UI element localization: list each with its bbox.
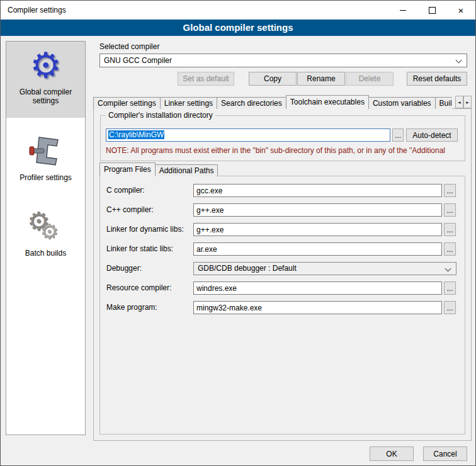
page-title: Global compiler settings (1, 20, 475, 36)
selected-compiler-label: Selected compiler (99, 42, 159, 51)
minimize-icon (400, 10, 406, 11)
field-row-make-program: Make program: ... (100, 301, 465, 315)
copy-button[interactable]: Copy (249, 72, 297, 86)
browse-directory-button[interactable]: ... (392, 128, 404, 142)
resource-compiler-input[interactable] (193, 281, 442, 295)
maximize-button[interactable] (417, 1, 446, 20)
minimize-button[interactable] (388, 1, 417, 20)
tab-search-directories[interactable]: Search directories (217, 97, 286, 109)
installation-directory-input[interactable]: C:\raylib\MinGW (106, 128, 390, 142)
c-compiler-input[interactable] (193, 184, 442, 197)
sidebar-item-label: Batch builds (6, 247, 85, 258)
sidebar-item-label: Profiler settings (6, 171, 85, 182)
program-tabs: Program Files Additional Paths (99, 162, 217, 176)
program-files-page: C compiler: ... C++ compiler: ... Linker… (99, 176, 465, 435)
browse-button[interactable]: ... (444, 203, 456, 217)
arrow-left-icon: ◄ (457, 100, 462, 105)
field-row-resource-compiler: Resource compiler: ... (100, 281, 465, 295)
field-label: C compiler: (106, 186, 145, 195)
field-label: Resource compiler: (106, 283, 171, 292)
compiler-select[interactable]: GNU GCC Compiler (99, 54, 467, 67)
installation-directory-value: C:\raylib\MinGW (108, 130, 164, 139)
tab-compiler-settings[interactable]: Compiler settings (93, 97, 161, 109)
gear-icon: ⚙ (30, 48, 61, 83)
field-row-linker-static: Linker for static libs: ... (100, 242, 465, 256)
browse-button[interactable]: ... (444, 281, 456, 295)
field-label: Linker for static libs: (106, 244, 173, 253)
delete-button[interactable]: Delete (346, 72, 394, 86)
field-row-cpp-compiler: C++ compiler: ... (100, 203, 465, 217)
installation-directory-group: Compiler's installation directory C:\ray… (100, 115, 465, 161)
rename-button[interactable]: Rename (297, 72, 345, 86)
browse-button[interactable]: ... (444, 301, 456, 314)
tab-linker-settings[interactable]: Linker settings (160, 97, 217, 109)
close-button[interactable]: × (446, 1, 475, 20)
gears-icon: ⚙ ⚙ (28, 208, 64, 245)
tab-toolchain-executables[interactable]: Toolchain executables (286, 95, 369, 109)
compiler-settings-window: Compiler settings × Global compiler sett… (0, 0, 476, 466)
set-as-default-button[interactable]: Set as default (178, 72, 234, 86)
browse-button[interactable]: ... (444, 223, 456, 236)
compiler-select-value: GNU GCC Compiler (104, 56, 172, 65)
clamp-icon (29, 134, 63, 169)
reset-defaults-button[interactable]: Reset defaults (407, 72, 467, 86)
chevron-down-icon (456, 57, 462, 64)
field-label: Linker for dynamic libs: (106, 225, 184, 234)
debugger-select[interactable]: GDB/CDB debugger : Default (193, 262, 456, 275)
browse-button[interactable]: ... (444, 242, 456, 256)
field-label: Make program: (106, 303, 157, 312)
auto-detect-button[interactable]: Auto-detect (406, 128, 458, 142)
titlebar[interactable]: Compiler settings × (1, 1, 475, 20)
field-label: Debugger: (106, 264, 142, 273)
tab-program-files[interactable]: Program Files (99, 162, 156, 176)
tab-scroll-right-button[interactable]: ► (463, 96, 472, 108)
tab-scroll-left-button[interactable]: ◄ (455, 96, 463, 108)
debugger-select-value: GDB/CDB debugger : Default (198, 264, 297, 273)
tab-custom-variables[interactable]: Custom variables (368, 97, 436, 109)
settings-tabs: Compiler settings Linker settings Search… (93, 95, 455, 109)
installation-note: NOTE: All programs must exist either in … (106, 146, 463, 155)
sidebar-item-global-compiler-settings[interactable]: ⚙ Global compiler settings (6, 42, 85, 118)
linker-dynamic-input[interactable] (193, 223, 442, 236)
maximize-icon (429, 7, 436, 14)
linker-static-input[interactable] (193, 242, 442, 256)
chevron-down-icon (445, 266, 451, 272)
tab-additional-paths[interactable]: Additional Paths (155, 164, 218, 176)
field-row-c-compiler: C compiler: ... (100, 184, 465, 198)
field-row-linker-dynamic: Linker for dynamic libs: ... (100, 223, 465, 237)
settings-category-list: ⚙ Global compiler settings Profiler sett… (6, 41, 86, 435)
field-row-debugger: Debugger: GDB/CDB debugger : Default (100, 262, 465, 276)
field-label: C++ compiler: (106, 205, 154, 214)
sidebar-item-label: Global compiler settings (6, 86, 85, 105)
ok-button[interactable]: OK (370, 446, 414, 461)
tab-build-truncated[interactable]: Buil (435, 97, 452, 109)
browse-button[interactable]: ... (444, 184, 456, 197)
close-icon: × (458, 6, 464, 15)
cancel-button[interactable]: Cancel (423, 446, 467, 461)
window-title: Compiler settings (1, 1, 388, 20)
arrow-right-icon: ► (465, 100, 470, 105)
cpp-compiler-input[interactable] (193, 203, 442, 217)
make-program-input[interactable] (193, 301, 442, 314)
installation-directory-group-label: Compiler's installation directory (106, 111, 215, 120)
sidebar-item-profiler-settings[interactable]: Profiler settings (6, 127, 85, 190)
sidebar-item-batch-builds[interactable]: ⚙ ⚙ Batch builds (6, 203, 85, 266)
